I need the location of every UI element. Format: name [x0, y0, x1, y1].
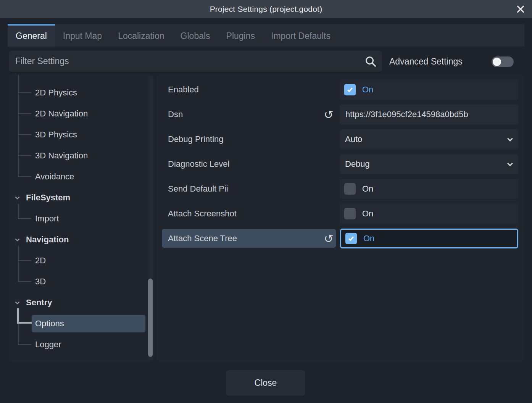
- tab-import-defaults[interactable]: Import Defaults: [263, 24, 339, 47]
- setting-label: Attach Scene Tree: [168, 229, 237, 248]
- revert-icon[interactable]: ↺: [322, 229, 335, 248]
- sidebar-item-label: 2D: [35, 256, 46, 266]
- advanced-settings-label: Advanced Settings: [389, 51, 463, 73]
- setting-label: Debug Printing: [168, 129, 224, 149]
- tab-plugins[interactable]: Plugins: [218, 24, 263, 47]
- sidebar-item-label: 3D Physics: [35, 130, 77, 140]
- sidebar-item-label: 3D: [35, 277, 46, 287]
- sidebar-item-import[interactable]: Import: [9, 208, 154, 229]
- tab-label: Localization: [118, 31, 164, 41]
- setting-row-diagnostic-level: Diagnostic Level Debug: [156, 154, 524, 174]
- scrollbar-thumb[interactable]: [148, 279, 153, 357]
- sidebar-item-label: 2D Navigation: [35, 109, 88, 119]
- sidebar-item-3d-physics[interactable]: 3D Physics: [9, 124, 154, 145]
- enabled-checkbox[interactable]: [344, 84, 356, 95]
- setting-row-attach-screenshot: Attach Screenshot On: [156, 204, 524, 224]
- sidebar-item-label: Navigation: [26, 235, 69, 245]
- revert-icon[interactable]: ↺: [322, 105, 335, 124]
- dropdown-value: Debug: [340, 159, 370, 169]
- setting-label: Attach Screenshot: [168, 204, 237, 224]
- setting-label: Send Default Pii: [168, 179, 228, 199]
- sidebar-item-2d[interactable]: 2D: [9, 250, 154, 271]
- diagnostic-level-dropdown[interactable]: Debug: [340, 154, 518, 174]
- tab-label: Globals: [181, 31, 210, 41]
- sidebar-item-3d-navigation[interactable]: 3D Navigation: [9, 145, 154, 166]
- advanced-settings-toggle[interactable]: [492, 56, 514, 67]
- setting-label: Diagnostic Level: [168, 154, 229, 174]
- tab-globals[interactable]: Globals: [172, 24, 218, 47]
- chevron-down-icon: [506, 136, 514, 143]
- sidebar-item-filesystem[interactable]: FileSystem: [9, 187, 154, 208]
- dsn-value: https://3f1e095cf2e14598a0bd5b: [340, 110, 518, 119]
- tab-localization[interactable]: Localization: [110, 24, 172, 47]
- debug-printing-dropdown[interactable]: Auto: [340, 129, 518, 149]
- checkbox-value-label: On: [363, 234, 374, 243]
- sidebar-item-logger[interactable]: Logger: [9, 334, 154, 355]
- sidebar-item-label: 3D Navigation: [35, 151, 88, 161]
- sidebar-item-label: 2D Physics: [35, 88, 77, 98]
- filter-settings-input[interactable]: [9, 51, 364, 72]
- sidebar-item-label: Logger: [35, 340, 61, 350]
- sidebar-item-label: FileSystem: [26, 193, 70, 203]
- window-title: Project Settings (project.godot): [210, 5, 322, 14]
- check-icon: [347, 86, 353, 93]
- settings-tree: 2D Physics 2D Navigation 3D Physics 3D N…: [9, 75, 154, 362]
- sidebar-item-2d-physics[interactable]: 2D Physics: [9, 82, 154, 103]
- sidebar-item-label: Import: [35, 214, 59, 224]
- chevron-down-icon: [506, 161, 514, 168]
- setting-row-send-default-pii: Send Default Pii On: [156, 179, 524, 199]
- checkbox-value-label: On: [362, 85, 373, 95]
- dropdown-value: Auto: [340, 134, 362, 144]
- settings-panel: Enabled On Dsn ↺ https://3f1e095cf2e1459…: [156, 75, 524, 362]
- tab-general[interactable]: General: [8, 24, 55, 47]
- attach-scene-tree-checkbox[interactable]: [345, 233, 357, 244]
- setting-row-enabled: Enabled On: [156, 80, 524, 100]
- sidebar-item-label: Sentry: [26, 298, 52, 308]
- sidebar-item-avoidance[interactable]: Avoidance: [9, 166, 154, 187]
- tab-label: Input Map: [63, 31, 102, 41]
- tab-label: Plugins: [226, 31, 255, 41]
- close-icon[interactable]: [515, 4, 526, 15]
- chevron-down-icon: [15, 195, 20, 201]
- checkbox-value-label: On: [362, 184, 373, 194]
- search-icon: [364, 55, 377, 68]
- setting-row-dsn: Dsn ↺ https://3f1e095cf2e14598a0bd5b: [156, 105, 524, 124]
- tab-input-map[interactable]: Input Map: [55, 24, 110, 47]
- sidebar-item-2d-navigation[interactable]: 2D Navigation: [9, 103, 154, 124]
- tab-strip: General Input Map Localization Globals P…: [8, 24, 524, 47]
- x-glyph: [516, 4, 526, 14]
- chevron-down-icon: [15, 300, 20, 306]
- send-default-pii-checkbox[interactable]: [344, 183, 356, 195]
- tab-label: Import Defaults: [271, 31, 330, 41]
- sidebar-item-options[interactable]: Options: [9, 313, 154, 334]
- title-bar: Project Settings (project.godot): [0, 0, 532, 18]
- attach-scene-tree-field: On: [340, 229, 518, 248]
- chevron-down-icon: [15, 237, 20, 243]
- sidebar-item-label: Options: [35, 319, 64, 329]
- sidebar-item-label: Avoidance: [35, 172, 74, 182]
- setting-label: Enabled: [168, 80, 199, 100]
- check-icon: [348, 235, 355, 242]
- setting-row-attach-scene-tree: Attach Scene Tree ↺ On: [156, 229, 524, 248]
- close-button[interactable]: Close: [226, 370, 305, 396]
- checkbox-value-label: On: [362, 209, 373, 219]
- dsn-text-field[interactable]: https://3f1e095cf2e14598a0bd5b: [340, 105, 518, 124]
- attach-screenshot-checkbox[interactable]: [344, 208, 356, 219]
- sidebar-item-navigation[interactable]: Navigation: [9, 229, 154, 250]
- tab-label: General: [16, 31, 47, 41]
- filter-settings-field: [9, 51, 382, 73]
- setting-label: Dsn: [168, 105, 183, 124]
- sidebar-item-sentry[interactable]: Sentry: [9, 292, 154, 313]
- setting-row-debug-printing: Debug Printing Auto: [156, 129, 524, 149]
- sidebar-item-3d[interactable]: 3D: [9, 271, 154, 292]
- toggle-knob: [493, 58, 501, 66]
